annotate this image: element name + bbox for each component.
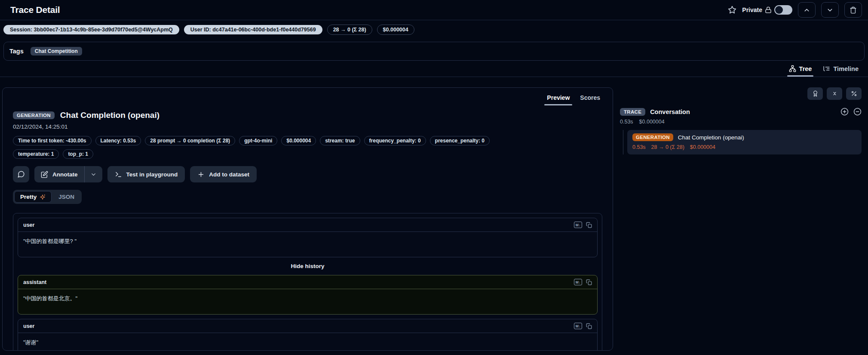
comment-bubble-icon	[17, 170, 25, 178]
cost-badge: $0.000004	[377, 25, 414, 35]
tags-section: Tags Chat Competition	[3, 42, 865, 61]
collapse-all-button[interactable]	[827, 87, 842, 100]
trace-type-badge: TRACE	[620, 108, 645, 116]
add-to-dataset-button[interactable]: Add to dataset	[190, 166, 257, 182]
trace-title: Conversation	[650, 108, 690, 115]
tree-children: GENERATION Chat Completion (openai) 0.53…	[623, 130, 862, 154]
page-header: Trace Detail Private	[0, 0, 868, 20]
plus-icon	[197, 171, 205, 178]
privacy-label: Private	[742, 6, 762, 13]
generation-node-header: GENERATION Chat Completion (openai)	[632, 133, 856, 141]
message-role: user	[23, 222, 34, 228]
minus-circle-icon	[853, 108, 862, 116]
tab-tree-label: Tree	[799, 65, 812, 72]
session-badge[interactable]: Session: 3bb00ec7-1b13-4c9b-85ee-3d9d70f…	[3, 25, 179, 34]
pen-square-icon	[41, 171, 48, 178]
toggle-scores-button[interactable]	[807, 87, 823, 100]
trace-root-node[interactable]: TRACE Conversation	[620, 108, 862, 116]
trace-cost: $0.000004	[639, 119, 665, 125]
tree-icon	[789, 65, 796, 72]
metric-time-to-first-token: Time to first token: -430.00s	[13, 136, 92, 145]
percent-icon	[851, 90, 857, 97]
toggle-metrics-button[interactable]	[846, 87, 862, 100]
chevron-up-icon	[803, 6, 810, 14]
token-usage-badge: 28 → 0 (Σ 28)	[327, 25, 372, 35]
delete-trace-button[interactable]	[844, 2, 862, 18]
annotate-split-button: Annotate	[34, 166, 102, 182]
tab-scores[interactable]: Scores	[575, 92, 605, 105]
test-in-playground-button[interactable]: Test in playground	[107, 166, 185, 182]
hide-history-button[interactable]: Hide history	[18, 263, 598, 269]
observation-timestamp: 02/12/2024, 14:25:01	[13, 123, 602, 130]
copy-icon[interactable]	[586, 222, 592, 228]
format-toggle: Pretty JSON	[13, 190, 82, 204]
message-content: "中国的首都是哪里? "	[18, 232, 597, 257]
observation-header: GENERATION Chat Completion (openai)	[13, 111, 602, 120]
generation-type-badge: GENERATION	[13, 111, 55, 119]
trace-badges-row: Session: 3bb00ec7-1b13-4c9b-85ee-3d9d70f…	[0, 20, 868, 39]
annotate-dropdown-button[interactable]	[85, 166, 102, 182]
annotate-button[interactable]: Annotate	[34, 166, 84, 182]
generation-tree-node[interactable]: GENERATION Chat Completion (openai) 0.53…	[627, 130, 862, 154]
tag-chat-competition[interactable]: Chat Competition	[31, 47, 82, 56]
messages-container: user M↓ "中国的首都是哪里? " Hide history assist…	[13, 213, 602, 351]
message-header: user M↓	[18, 218, 597, 232]
metric-temperature: temperature: 1	[13, 149, 59, 159]
message-user-1: user M↓ "中国的首都是哪里? "	[18, 218, 598, 257]
annotate-label: Annotate	[52, 171, 78, 178]
metric-top-p: top_p: 1	[63, 149, 93, 159]
next-trace-button[interactable]	[821, 2, 839, 18]
message-tools: M↓	[574, 222, 592, 228]
metric-latency: Latency: 0.53s	[95, 136, 141, 145]
observation-title: Chat Completion (openai)	[60, 111, 159, 120]
tags-label: Tags	[9, 48, 24, 55]
comments-button[interactable]	[13, 166, 29, 182]
metric-stream: stream: true	[320, 136, 360, 145]
observation-metrics: Time to first token: -430.00s Latency: 0…	[13, 136, 512, 159]
trace-tree-panel: TRACE Conversation 0.53s $0.000004 GENER…	[620, 87, 865, 154]
node-cost: $0.000004	[690, 144, 715, 150]
markdown-toggle-icon[interactable]: M↓	[574, 222, 582, 228]
markdown-toggle-icon[interactable]: M↓	[574, 323, 582, 329]
plus-circle-icon	[840, 108, 849, 116]
pretty-label: Pretty	[20, 194, 37, 200]
header-actions: Private	[728, 2, 862, 18]
expand-all-button[interactable]	[840, 108, 849, 116]
tree-controls	[620, 87, 862, 100]
message-tools: M↓	[574, 279, 592, 285]
metric-presence-penalty: presence_penalty: 0	[430, 136, 490, 145]
message-role: user	[23, 323, 34, 329]
message-content: "谢谢"	[18, 333, 597, 351]
page-title: Trace Detail	[10, 5, 60, 15]
format-json-button[interactable]: JSON	[52, 191, 80, 203]
toggle-knob	[775, 6, 783, 14]
tab-timeline-label: Timeline	[833, 65, 859, 72]
bookmark-star-button[interactable]	[728, 6, 736, 14]
content-area: Preview Scores GENERATION Chat Completio…	[0, 77, 868, 351]
collapse-tree-button[interactable]	[853, 108, 862, 116]
prev-trace-button[interactable]	[798, 2, 816, 18]
node-tokens: 28 → 0 (Σ 28)	[651, 144, 684, 150]
preview-scores-tabs: Preview Scores	[13, 88, 605, 105]
public-toggle[interactable]	[774, 5, 792, 15]
generation-node-badge: GENERATION	[632, 133, 673, 141]
message-role: assistant	[23, 279, 46, 285]
copy-icon[interactable]	[586, 323, 592, 329]
metric-model: gpt-4o-mini	[239, 136, 277, 145]
trace-metrics: 0.53s $0.000004	[620, 119, 862, 125]
generation-node-metrics: 0.53s 28 → 0 (Σ 28) $0.000004	[632, 144, 856, 150]
node-latency: 0.53s	[632, 144, 646, 150]
chevron-down-icon	[90, 171, 97, 178]
tab-timeline[interactable]: Timeline	[819, 62, 863, 77]
lock-icon	[765, 6, 772, 13]
format-pretty-button[interactable]: Pretty	[14, 191, 52, 203]
tab-tree[interactable]: Tree	[785, 62, 816, 77]
playground-label: Test in playground	[126, 171, 178, 178]
tab-preview[interactable]: Preview	[542, 92, 574, 105]
sparkles-icon	[40, 194, 46, 200]
trace-latency: 0.53s	[620, 119, 633, 125]
markdown-toggle-icon[interactable]: M↓	[574, 279, 582, 285]
user-id-badge[interactable]: User ID: dc47a41e-06bc-400d-bde1-f0e440d…	[184, 25, 322, 34]
copy-icon[interactable]	[586, 279, 592, 285]
metric-token-usage: 28 prompt → 0 completion (Σ 28)	[145, 136, 235, 145]
